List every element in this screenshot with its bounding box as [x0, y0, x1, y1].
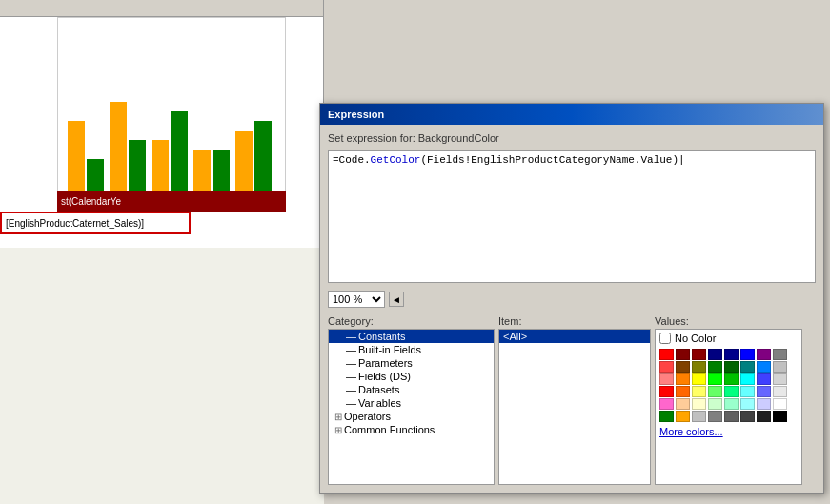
- color-swatch[interactable]: [692, 361, 706, 373]
- chart-header: st(CalendarYe: [57, 191, 286, 212]
- color-swatch[interactable]: [659, 373, 674, 385]
- color-swatch[interactable]: [773, 361, 787, 373]
- color-swatch[interactable]: [659, 386, 674, 397]
- color-swatch[interactable]: [773, 386, 787, 397]
- category-panel: Category: — Constants— Built-in Fields— …: [328, 315, 495, 485]
- values-label: Values:: [655, 315, 802, 327]
- category-item-builtin-fields[interactable]: — Built-in Fields: [329, 343, 494, 356]
- color-swatch[interactable]: [676, 349, 690, 360]
- category-item-variables[interactable]: — Variables: [329, 396, 494, 410]
- bottom-panels: Category: — Constants— Built-in Fields— …: [328, 315, 816, 485]
- expression-text: =Code.GetColor(Fields!EnglishProductCate…: [333, 154, 685, 166]
- color-swatch[interactable]: [708, 361, 722, 373]
- color-swatch[interactable]: [757, 361, 771, 373]
- color-grid: [656, 347, 801, 424]
- color-swatch[interactable]: [757, 398, 771, 410]
- color-swatch[interactable]: [724, 386, 739, 397]
- color-swatch[interactable]: [676, 373, 690, 385]
- bar-group: [68, 121, 104, 197]
- no-color-checkbox[interactable]: [659, 333, 671, 344]
- expand-icon: ⊞: [334, 412, 342, 422]
- color-swatch[interactable]: [757, 386, 771, 397]
- color-swatch[interactable]: [676, 386, 690, 397]
- color-swatch[interactable]: [740, 386, 755, 397]
- color-swatch[interactable]: [692, 386, 706, 397]
- color-swatch[interactable]: [773, 373, 787, 385]
- zoom-bar: 100 % 75 % 150 % ◄: [328, 291, 816, 308]
- color-swatch[interactable]: [724, 398, 739, 410]
- color-swatch[interactable]: [724, 361, 739, 373]
- color-swatch[interactable]: [773, 349, 787, 360]
- category-item-constants[interactable]: — Constants: [329, 330, 494, 343]
- color-swatch[interactable]: [708, 411, 722, 422]
- item-panel: Item: <All>: [498, 315, 651, 485]
- item-all[interactable]: <All>: [499, 330, 650, 343]
- color-swatch[interactable]: [757, 373, 771, 385]
- no-color-label: No Color: [675, 333, 716, 344]
- color-swatch[interactable]: [692, 411, 706, 422]
- designer-grid: [0, 248, 324, 504]
- color-swatch[interactable]: [724, 373, 739, 385]
- values-panel: Values: No Color More colors...: [655, 315, 802, 485]
- chart-container: [57, 17, 286, 208]
- bar-group: [152, 111, 188, 197]
- color-swatch[interactable]: [740, 349, 755, 360]
- category-label: Category:: [328, 315, 495, 327]
- color-swatch[interactable]: [740, 411, 755, 422]
- category-item-parameters[interactable]: — Parameters: [329, 356, 494, 370]
- color-swatch[interactable]: [740, 361, 755, 373]
- chart-bar: [171, 111, 188, 197]
- chart-bar: [129, 140, 146, 197]
- designer-toolbar: [0, 0, 323, 17]
- chart-bar: [254, 121, 272, 197]
- chart-area: [58, 18, 285, 207]
- color-swatch[interactable]: [659, 398, 674, 410]
- color-swatch[interactable]: [740, 398, 755, 410]
- color-swatch[interactable]: [708, 373, 722, 385]
- values-listbox: No Color More colors...: [655, 329, 802, 485]
- no-color-row[interactable]: No Color: [656, 330, 801, 347]
- category-listbox[interactable]: — Constants— Built-in Fields— Parameters…: [328, 329, 495, 485]
- color-swatch[interactable]: [659, 361, 674, 373]
- color-swatch[interactable]: [708, 349, 722, 360]
- item-label: Item:: [498, 315, 651, 327]
- color-swatch[interactable]: [757, 411, 771, 422]
- chart-bar: [235, 131, 253, 197]
- bar-group: [110, 102, 146, 197]
- chart-bar: [110, 102, 127, 197]
- color-swatch[interactable]: [676, 361, 690, 373]
- zoom-button[interactable]: ◄: [389, 292, 404, 307]
- more-colors-link[interactable]: More colors...: [656, 424, 801, 439]
- category-item-common-functions[interactable]: ⊞ Common Functions: [329, 423, 494, 436]
- expression-editor[interactable]: =Code.GetColor(Fields!EnglishProductCate…: [328, 150, 816, 283]
- set-expression-label: Set expression for: BackgroundColor: [328, 132, 816, 144]
- chart-bar: [68, 121, 85, 197]
- color-swatch[interactable]: [676, 398, 690, 410]
- color-swatch[interactable]: [724, 411, 739, 422]
- dialog-title: Expression: [328, 109, 384, 120]
- dialog-body: Set expression for: BackgroundColor =Cod…: [320, 125, 823, 493]
- zoom-select[interactable]: 100 % 75 % 150 %: [328, 291, 385, 308]
- color-swatch[interactable]: [740, 373, 755, 385]
- category-item-datasets[interactable]: — Datasets: [329, 383, 494, 396]
- color-swatch[interactable]: [676, 411, 690, 422]
- category-item-operators[interactable]: ⊞ Operators: [329, 410, 494, 423]
- color-swatch[interactable]: [692, 373, 706, 385]
- designer-area: st(CalendarYe [EnglishProductCaternet_Sa…: [0, 0, 324, 504]
- field-cell: [EnglishProductCaternet_Sales)]: [0, 212, 191, 234]
- color-swatch[interactable]: [708, 386, 722, 397]
- color-swatch[interactable]: [692, 349, 706, 360]
- color-swatch[interactable]: [659, 349, 674, 360]
- category-item-fields-ds[interactable]: — Fields (DS): [329, 370, 494, 383]
- color-swatch[interactable]: [757, 349, 771, 360]
- color-swatch[interactable]: [773, 398, 787, 410]
- color-swatch[interactable]: [773, 411, 787, 422]
- color-swatch[interactable]: [692, 398, 706, 410]
- item-listbox[interactable]: <All>: [498, 329, 651, 485]
- color-swatch[interactable]: [724, 349, 739, 360]
- dialog-titlebar: Expression: [320, 104, 823, 125]
- expression-dialog: Expression Set expression for: Backgroun…: [319, 103, 824, 494]
- chart-bar: [152, 140, 169, 197]
- color-swatch[interactable]: [659, 411, 674, 422]
- color-swatch[interactable]: [708, 398, 722, 410]
